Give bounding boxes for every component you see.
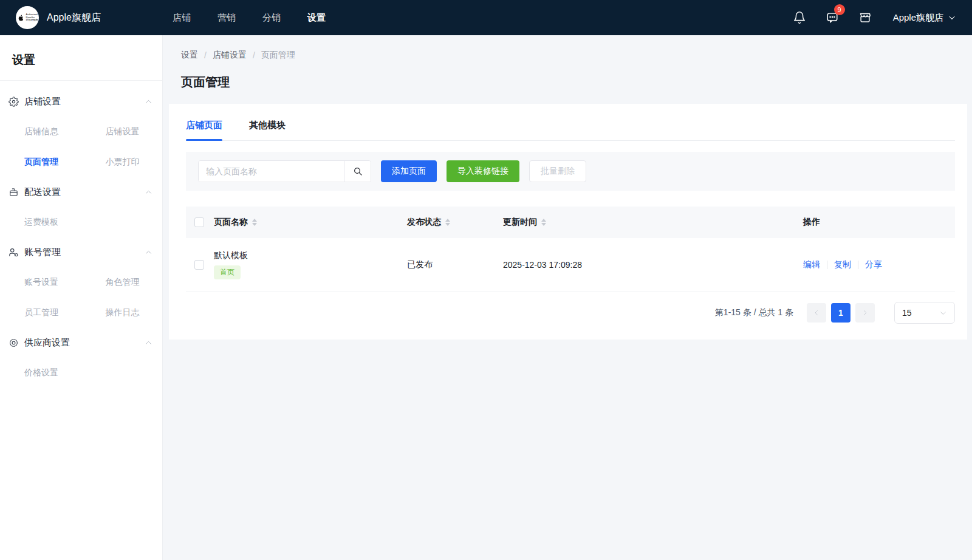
search-input[interactable] <box>199 161 344 182</box>
pagination-summary: 第1-15 条 / 总共 1 条 <box>715 307 793 318</box>
share-link[interactable]: 分享 <box>865 259 882 270</box>
group-label: 配送设置 <box>24 186 61 198</box>
apple-logo-icon <box>17 13 25 22</box>
sidebar-group-account-management[interactable]: 账号管理 <box>0 237 162 267</box>
sidebar-item-receipt-print[interactable]: 小票打印 <box>81 147 163 177</box>
sidebar-group-delivery-settings[interactable]: 配送设置 <box>0 177 162 207</box>
sort-icon[interactable] <box>445 219 450 226</box>
page-title: 页面管理 <box>181 74 955 90</box>
publish-status: 已发布 <box>407 259 433 269</box>
chevron-up-icon[interactable] <box>145 98 152 106</box>
column-header-page-name: 页面名称 <box>214 217 248 228</box>
bell-icon <box>793 11 806 24</box>
top-navbar: Authorized Reseller 授权经销商 Apple旗舰店 店铺 营销… <box>0 0 972 35</box>
breadcrumb-separator: / <box>204 50 207 60</box>
page-size-value: 15 <box>902 308 912 318</box>
next-page-button[interactable] <box>855 303 875 323</box>
delivery-box-icon <box>9 187 19 197</box>
select-all-checkbox[interactable] <box>194 217 204 227</box>
row-actions: 编辑 复制 分享 <box>803 259 955 270</box>
batch-delete-button[interactable]: 批量删除 <box>529 160 586 182</box>
sidebar-group-shop-settings[interactable]: 店铺设置 <box>0 87 162 117</box>
sidebar-item-staff-management[interactable]: 员工管理 <box>0 298 81 328</box>
chevron-up-icon[interactable] <box>145 248 152 256</box>
brand[interactable]: Authorized Reseller 授权经销商 Apple旗舰店 <box>16 6 101 29</box>
storefront-icon <box>858 11 872 24</box>
action-divider <box>827 261 827 269</box>
group-children-shop-settings: 店铺信息 店铺设置 页面管理 小票打印 <box>0 117 162 177</box>
chevron-up-icon[interactable] <box>145 339 152 347</box>
sidebar-title: 设置 <box>0 36 162 80</box>
sidebar-item-account-settings[interactable]: 账号设置 <box>0 267 81 298</box>
primary-nav: 店铺 营销 分销 设置 <box>173 12 326 24</box>
brand-name: Apple旗舰店 <box>47 12 101 24</box>
account-name: Apple旗舰店 <box>893 12 943 24</box>
breadcrumb-separator: / <box>253 50 255 60</box>
nav-item-settings[interactable]: 设置 <box>307 12 326 24</box>
sidebar-item-shop-settings[interactable]: 店铺设置 <box>81 117 163 147</box>
settings-sidebar: 设置 店铺设置 店铺信息 店铺设置 页面管理 小票打印 <box>0 35 163 560</box>
sidebar-item-role-management[interactable]: 角色管理 <box>81 267 163 298</box>
home-badge: 首页 <box>214 265 241 279</box>
user-icon <box>9 247 19 258</box>
sort-icon[interactable] <box>252 219 257 226</box>
sidebar-item-operation-log[interactable]: 操作日志 <box>81 298 163 328</box>
column-header-actions: 操作 <box>803 217 820 227</box>
row-checkbox[interactable] <box>194 260 204 270</box>
tab-shop-pages[interactable]: 店铺页面 <box>186 120 222 140</box>
search-group <box>198 160 371 182</box>
import-decoration-link-button[interactable]: 导入装修链接 <box>447 160 519 182</box>
add-page-button[interactable]: 添加页面 <box>381 160 437 182</box>
table-row: 默认模板 首页 已发布 2025-12-03 17:09:28 编辑 <box>186 238 955 292</box>
toolbar: 添加页面 导入装修链接 批量删除 <box>186 152 955 191</box>
messages-button[interactable]: 9 <box>824 9 841 26</box>
group-label: 店铺设置 <box>24 96 61 108</box>
sidebar-item-price-settings[interactable]: 价格设置 <box>0 358 81 388</box>
content-card: 店铺页面 其他模块 添加页面 导入装修链接 批量删除 <box>169 104 967 340</box>
navbar-right: 9 Apple旗舰店 <box>791 9 956 26</box>
notifications-button[interactable] <box>791 9 808 26</box>
pages-table: 页面名称 发布状态 <box>186 207 955 292</box>
app-window: Authorized Reseller 授权经销商 Apple旗舰店 店铺 营销… <box>0 0 972 560</box>
breadcrumb: 设置 / 店铺设置 / 页面管理 <box>181 50 955 61</box>
update-time: 2025-12-03 17:09:28 <box>503 260 582 270</box>
breadcrumb-shop-settings[interactable]: 店铺设置 <box>213 50 247 61</box>
page-number-button[interactable]: 1 <box>831 303 850 323</box>
sidebar-group-supplier-settings[interactable]: 供应商设置 <box>0 328 162 358</box>
group-children-delivery-settings: 运费模板 <box>0 207 162 237</box>
edit-link[interactable]: 编辑 <box>803 259 820 270</box>
group-children-account-management: 账号设置 角色管理 员工管理 操作日志 <box>0 267 162 328</box>
copy-link[interactable]: 复制 <box>834 259 851 270</box>
tab-bar: 店铺页面 其他模块 <box>186 120 955 141</box>
sort-icon[interactable] <box>541 219 546 226</box>
nav-item-marketing[interactable]: 营销 <box>217 12 236 24</box>
column-header-update-time: 更新时间 <box>503 217 537 228</box>
sidebar-item-page-management[interactable]: 页面管理 <box>0 147 81 177</box>
logo-text: Authorized Reseller 授权经销商 <box>26 13 38 21</box>
sidebar-item-freight-template[interactable]: 运费模板 <box>0 207 81 237</box>
nav-item-shop[interactable]: 店铺 <box>173 12 191 24</box>
page-size-select[interactable]: 15 <box>894 302 955 324</box>
nav-item-distribution[interactable]: 分销 <box>262 12 281 24</box>
apple-reseller-logo: Authorized Reseller 授权经销商 <box>16 6 39 29</box>
breadcrumb-settings[interactable]: 设置 <box>181 50 198 61</box>
chevron-up-icon[interactable] <box>145 188 152 196</box>
table-header-row: 页面名称 发布状态 <box>186 207 955 238</box>
main-content: 设置 / 店铺设置 / 页面管理 页面管理 店铺页面 其他模块 <box>163 35 972 560</box>
page-name[interactable]: 默认模板 <box>214 250 248 261</box>
action-divider <box>858 261 858 269</box>
group-label: 账号管理 <box>24 247 61 258</box>
account-menu[interactable]: Apple旗舰店 <box>893 12 956 24</box>
gear-icon <box>9 97 19 107</box>
tab-other-modules[interactable]: 其他模块 <box>249 120 286 140</box>
chevron-down-icon <box>939 309 947 317</box>
breadcrumb-page-management: 页面管理 <box>261 50 295 61</box>
group-label: 供应商设置 <box>24 337 70 349</box>
sidebar-item-shop-info[interactable]: 店铺信息 <box>0 117 81 147</box>
storefront-button[interactable] <box>857 9 874 26</box>
chevron-down-icon <box>948 13 956 22</box>
prev-page-button[interactable] <box>807 303 826 323</box>
search-button[interactable] <box>344 161 371 182</box>
column-header-publish-status: 发布状态 <box>407 217 441 228</box>
chevron-right-icon <box>861 309 869 316</box>
